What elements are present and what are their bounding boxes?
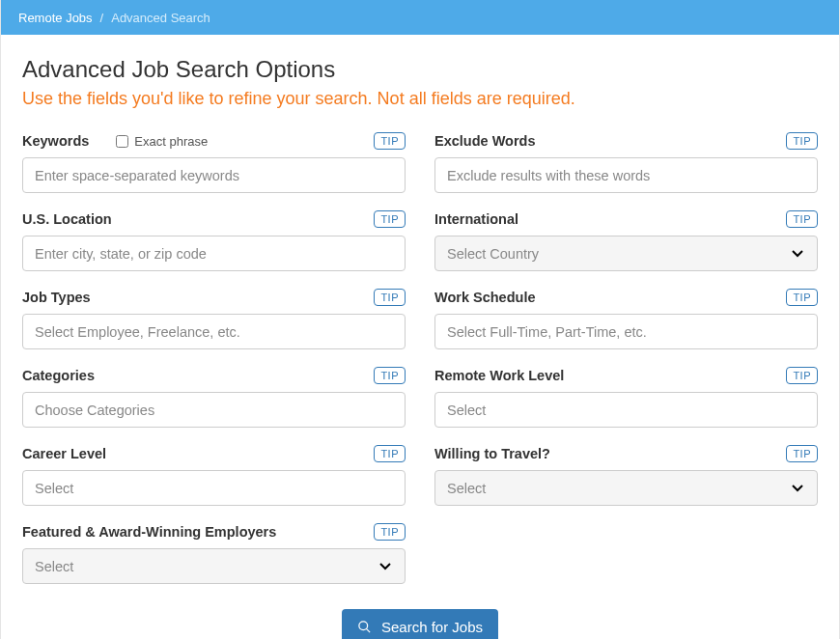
tip-button-location[interactable]: TIP xyxy=(374,210,406,228)
tip-button-categories[interactable]: TIP xyxy=(374,367,406,384)
exclude-input[interactable] xyxy=(434,157,818,193)
breadcrumb-root-link[interactable]: Remote Jobs xyxy=(18,11,93,25)
career-level-select[interactable]: Select xyxy=(22,470,406,506)
field-location: U.S. Location TIP xyxy=(22,210,406,271)
keywords-input[interactable] xyxy=(22,157,406,193)
international-label: International xyxy=(434,211,518,227)
svg-line-1 xyxy=(366,628,370,632)
remote-level-select[interactable]: Select xyxy=(434,392,818,428)
exact-phrase-checkbox[interactable] xyxy=(116,135,128,148)
svg-point-0 xyxy=(359,622,368,630)
international-select[interactable]: Select Country xyxy=(434,236,818,271)
tip-button-international[interactable]: TIP xyxy=(786,210,818,228)
form-columns: Keywords Exact phrase TIP U.S. Location xyxy=(22,132,818,601)
field-categories: Categories TIP Choose Categories xyxy=(22,367,406,428)
search-button-label: Search for Jobs xyxy=(381,619,483,635)
search-icon xyxy=(357,620,372,634)
schedule-select[interactable]: Select Full-Time, Part-Time, etc. xyxy=(434,314,818,349)
tip-button-remote-level[interactable]: TIP xyxy=(786,367,818,384)
travel-select[interactable]: Select xyxy=(434,470,818,506)
tip-button-schedule[interactable]: TIP xyxy=(786,289,818,306)
tip-button-job-types[interactable]: TIP xyxy=(374,289,406,306)
keywords-label: Keywords xyxy=(22,133,89,149)
exclude-label: Exclude Words xyxy=(434,133,535,149)
submit-row: Search for Jobs xyxy=(22,609,818,639)
field-career-level: Career Level TIP Select xyxy=(22,445,406,506)
field-exclude: Exclude Words TIP xyxy=(434,132,818,193)
field-job-types: Job Types TIP Select Employee, Freelance… xyxy=(22,289,406,349)
content-area: Advanced Job Search Options Use the fiel… xyxy=(1,35,839,639)
field-remote-level: Remote Work Level TIP Select xyxy=(434,367,818,428)
breadcrumb: Remote Jobs / Advanced Search xyxy=(1,0,839,35)
field-international: International TIP Select Country xyxy=(434,210,818,271)
exact-phrase-toggle[interactable]: Exact phrase xyxy=(116,134,208,149)
breadcrumb-separator: / xyxy=(100,11,104,25)
field-featured: Featured & Award-Winning Employers TIP S… xyxy=(22,523,406,584)
location-label: U.S. Location xyxy=(22,211,112,227)
job-types-select[interactable]: Select Employee, Freelance, etc. xyxy=(22,314,406,349)
categories-select[interactable]: Choose Categories xyxy=(22,392,406,428)
featured-select[interactable]: Select xyxy=(22,548,406,584)
left-column: Keywords Exact phrase TIP U.S. Location xyxy=(22,132,406,601)
categories-label: Categories xyxy=(22,368,95,383)
tip-button-featured[interactable]: TIP xyxy=(374,523,406,541)
tip-button-keywords[interactable]: TIP xyxy=(374,132,406,150)
search-for-jobs-button[interactable]: Search for Jobs xyxy=(342,609,498,639)
tip-button-exclude[interactable]: TIP xyxy=(786,132,818,150)
field-schedule: Work Schedule TIP Select Full-Time, Part… xyxy=(434,289,818,349)
field-travel: Willing to Travel? TIP Select xyxy=(434,445,818,506)
travel-label: Willing to Travel? xyxy=(434,446,550,461)
featured-label: Featured & Award-Winning Employers xyxy=(22,524,276,540)
career-level-label: Career Level xyxy=(22,446,106,461)
schedule-label: Work Schedule xyxy=(434,290,535,305)
right-column: Exclude Words TIP International TIP Sele… xyxy=(434,132,818,601)
exact-phrase-label: Exact phrase xyxy=(134,134,208,149)
job-types-label: Job Types xyxy=(22,290,91,305)
remote-level-label: Remote Work Level xyxy=(434,368,564,383)
location-input[interactable] xyxy=(22,236,406,271)
field-keywords: Keywords Exact phrase TIP xyxy=(22,132,406,193)
tip-button-travel[interactable]: TIP xyxy=(786,445,818,462)
breadcrumb-current: Advanced Search xyxy=(111,11,210,25)
page-subtitle: Use the fields you'd like to refine your… xyxy=(22,89,818,109)
page-title: Advanced Job Search Options xyxy=(22,56,818,83)
page-container: Remote Jobs / Advanced Search Advanced J… xyxy=(0,0,840,639)
tip-button-career-level[interactable]: TIP xyxy=(374,445,406,462)
